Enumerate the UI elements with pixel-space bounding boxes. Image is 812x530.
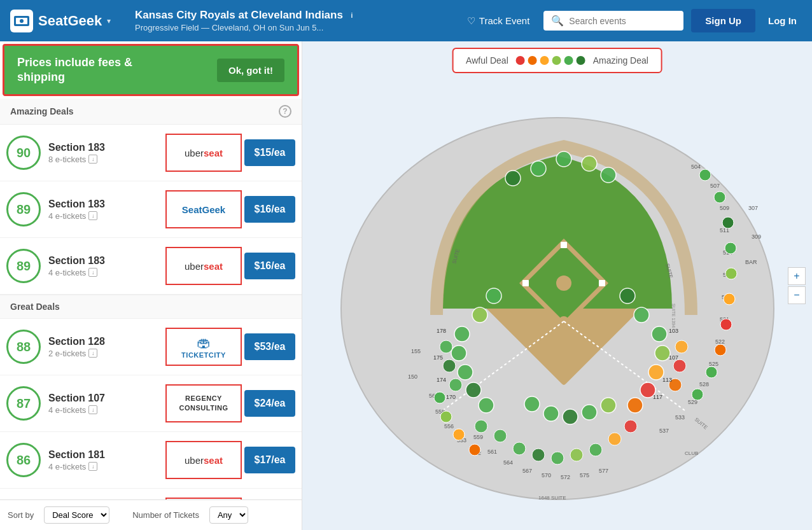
svg-point-19 <box>472 307 487 323</box>
legend-dot-6 <box>577 56 585 65</box>
amazing-deals-label: Amazing Deals <box>10 106 74 116</box>
header: SeatGeek ▾ Kansas City Royals at Clevela… <box>0 0 812 41</box>
seller-name: REGENCYCONSULTING <box>179 394 228 414</box>
track-event-button[interactable]: ♡ Track Event <box>461 11 536 31</box>
ticket-count: 4 e-tickets ↓ <box>48 211 155 221</box>
login-button[interactable]: Log In <box>763 9 802 32</box>
price-button[interactable]: $17/ea <box>244 447 295 473</box>
price-button[interactable]: $16/ea <box>244 253 295 279</box>
svg-text:155: 155 <box>411 348 421 354</box>
ticket-details: Section 107 4 e-tickets ↓ <box>41 393 163 415</box>
svg-point-84 <box>715 344 726 356</box>
svg-text:309: 309 <box>752 234 761 240</box>
great-deals-header: Great Deals <box>0 295 302 319</box>
ticket-item[interactable]: 88 Section 128 2 e-tickets ↓ 🏟 TICKETCIT… <box>0 319 302 375</box>
seller-name: 🏟 TICKETCITY <box>181 335 226 359</box>
tickets-select[interactable]: Any 1 2 3 4 5 6 <box>209 506 248 524</box>
seller-name: uberseat <box>185 148 223 158</box>
svg-point-48 <box>443 359 456 372</box>
ticket-count: 2 e-tickets ↓ <box>48 349 155 358</box>
svg-text:525: 525 <box>709 361 718 367</box>
ticket-details: Section 183 8 e-tickets ↓ <box>41 142 163 164</box>
prices-include-text: Prices include fees & shipping <box>17 55 183 85</box>
map-zoom: + − <box>788 267 806 304</box>
svg-text:533: 533 <box>675 414 685 421</box>
ticket-section: Section 183 <box>48 255 155 267</box>
ticket-item[interactable]: 87 Section 107 4 e-tickets ↓ REGENCYCONS… <box>0 375 302 432</box>
svg-text:572: 572 <box>561 474 570 480</box>
price-button[interactable]: $53/ea <box>244 333 295 360</box>
score-badge: 88 <box>6 330 41 364</box>
svg-text:504: 504 <box>691 164 701 170</box>
eticket-icon: ↓ <box>88 405 97 414</box>
seller-column: uberseat <box>165 247 242 285</box>
ticket-item[interactable]: 89 Section 183 4 e-tickets ↓ SeatGeek $1… <box>0 181 302 238</box>
score-badge: 90 <box>6 136 41 170</box>
svg-point-42 <box>570 449 583 461</box>
ticket-item[interactable]: 89 Section 183 4 e-tickets ↓ uberseat $1… <box>0 238 302 295</box>
ticket-item[interactable]: 86 Section 181 4 e-tickets ↓ uberseat $1… <box>0 432 302 489</box>
svg-text:CLUB: CLUB <box>685 450 698 456</box>
heart-icon: ♡ <box>467 15 475 27</box>
ticket-details: Section 183 4 e-tickets ↓ <box>41 199 163 221</box>
stadium-map[interactable]: 178 175 174 170 103 107 113 117 SUITE SU… <box>302 41 812 530</box>
price-button[interactable]: $16/ea <box>244 196 295 223</box>
svg-point-20 <box>486 288 501 303</box>
footer-bar: Sort by Deal Score Price Section Number … <box>0 499 302 530</box>
sidebar: Prices include fees & shipping Ok, got i… <box>0 41 302 530</box>
event-info-icon[interactable]: i <box>347 10 357 20</box>
svg-point-49 <box>440 340 452 353</box>
ticket-section: Section 183 <box>48 199 155 210</box>
zoom-in-button[interactable]: + <box>788 267 806 285</box>
svg-text:SUITE 1394: SUITE 1394 <box>671 303 676 328</box>
svg-text:170: 170 <box>446 394 456 400</box>
svg-text:BAR: BAR <box>745 259 757 265</box>
svg-text:509: 509 <box>720 205 729 211</box>
zoom-out-button[interactable]: − <box>788 286 806 304</box>
great-deals-label: Great Deals <box>10 302 60 312</box>
price-button[interactable]: $15/ea <box>244 139 295 166</box>
svg-text:507: 507 <box>710 183 720 189</box>
amazing-deals-header: Amazing Deals ? <box>0 99 302 125</box>
score-badge: 89 <box>6 249 41 283</box>
svg-text:107: 107 <box>669 354 678 361</box>
svg-point-44 <box>608 433 621 445</box>
ok-got-it-button[interactable]: Ok, got it! <box>217 59 284 82</box>
legend-dot-2 <box>528 56 537 65</box>
search-input[interactable] <box>569 16 676 26</box>
ticket-item[interactable]: 86 Section 183 2 e-tickets ↓ SeatGeek $1… <box>0 489 302 499</box>
ticket-count: 8 e-tickets ↓ <box>48 155 155 164</box>
seller-column: uberseat <box>165 134 242 172</box>
seller-column: SeatGeek <box>165 190 242 228</box>
logo-area: SeatGeek ▾ <box>10 10 125 32</box>
svg-point-81 <box>725 268 737 279</box>
ticket-item[interactable]: 90 Section 183 8 e-tickets ↓ uberseat $1… <box>0 125 302 181</box>
sort-select[interactable]: Deal Score Price Section <box>44 506 109 524</box>
svg-point-51 <box>673 359 686 372</box>
svg-point-85 <box>706 366 717 378</box>
svg-text:113: 113 <box>662 377 672 383</box>
svg-point-111 <box>469 444 480 456</box>
svg-point-83 <box>720 319 732 330</box>
signup-button[interactable]: Sign Up <box>691 9 755 32</box>
svg-point-79 <box>722 217 734 228</box>
svg-point-26 <box>634 307 649 323</box>
help-icon[interactable]: ? <box>279 105 291 118</box>
seller-column: REGENCYCONSULTING <box>165 384 242 422</box>
ticketcity-icon: 🏟 <box>197 335 211 351</box>
ticket-section: Section 183 <box>48 142 155 153</box>
svg-text:1648 SUITE: 1648 SUITE <box>538 495 566 501</box>
svg-text:567: 567 <box>522 468 532 474</box>
logo-chevron-icon[interactable]: ▾ <box>107 17 111 25</box>
svg-point-16 <box>458 365 473 380</box>
price-button[interactable]: $24/ea <box>244 390 295 417</box>
svg-text:561: 561 <box>487 449 497 455</box>
seatgeek-logo-icon <box>10 10 33 32</box>
seller-name: SeatGeek <box>182 204 225 215</box>
search-box[interactable]: 🔍 <box>543 11 683 31</box>
awful-deal-label: Awful Deal <box>466 55 508 66</box>
svg-point-23 <box>648 365 664 380</box>
svg-point-39 <box>513 442 526 455</box>
svg-text:577: 577 <box>599 468 608 474</box>
svg-point-7 <box>556 275 571 291</box>
